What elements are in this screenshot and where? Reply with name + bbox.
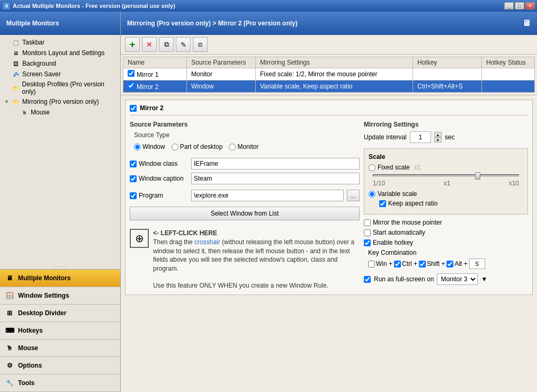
crosshair-click-label: <- LEFT-CLICK HERE (153, 229, 217, 237)
close-button[interactable]: ✕ (525, 2, 535, 10)
window-caption-checkbox[interactable] (130, 175, 137, 182)
app-icon: 🖥 (2, 2, 11, 10)
mirror-enabled-checkbox[interactable] (130, 105, 137, 112)
sidebar-item-desktop-profiles[interactable]: 📁 Desktop Profiles (Pro version only) (0, 79, 120, 96)
keep-aspect-checkbox[interactable] (379, 200, 386, 207)
shift-key-part: Shift + (419, 260, 445, 268)
maximize-button[interactable]: □ (515, 2, 524, 10)
left-col: Source Parameters Source Type Window Par… (130, 121, 360, 290)
monitors-icon: 🖥 (12, 49, 20, 57)
edit-button[interactable]: ✎ (176, 37, 191, 52)
settings-panel: Mirror 2 Source Parameters Source Type W… (121, 95, 537, 392)
update-interval-row: Update interval ▲ ▼ sec (364, 131, 528, 143)
mirror-mouse-label: Mirror the mouse pointer (373, 219, 442, 226)
window-caption-label: Window caption (139, 175, 184, 182)
sidebar-item-taskbar[interactable]: 📋 Taskbar (0, 37, 120, 48)
nav-desktop-divider[interactable]: ⊞ Desktop Divider (0, 305, 120, 322)
crosshair-icon[interactable]: ⊕ (130, 229, 149, 248)
row-checkbox[interactable] (128, 70, 135, 77)
scale-slider-track[interactable] (373, 174, 519, 176)
spin-down[interactable]: ▼ (434, 137, 442, 142)
window-class-row: Window class (130, 158, 360, 170)
table-row[interactable]: Mirror 2 Window Variable scale, Keep asp… (123, 81, 535, 93)
shift-label: Shift + (427, 260, 445, 268)
scale-thumb[interactable] (475, 172, 480, 180)
program-input[interactable] (191, 190, 344, 201)
table-row[interactable]: Mirror 1 Monitor Fixed scale: 1/2, Mirro… (123, 68, 535, 81)
variable-scale-radio[interactable] (369, 191, 375, 198)
sidebar-item-label: Mirroring (Pro version only) (22, 98, 99, 105)
select-window-button[interactable]: Select Window from List (130, 207, 360, 220)
mirror-mouse-checkbox[interactable] (364, 219, 371, 226)
window-class-input[interactable] (191, 158, 360, 170)
sidebar-item-screen-saver[interactable]: 💤 Screen Saver (0, 69, 120, 79)
sidebar-item-mouse[interactable]: 🖱 Mouse (0, 107, 120, 118)
window-class-checkbox[interactable] (130, 161, 137, 167)
fixed-scale-row: Fixed scale x1 (369, 164, 523, 171)
window-caption-input[interactable] (191, 173, 360, 184)
ctrl-checkbox[interactable] (394, 261, 401, 268)
radio-monitor[interactable]: Monitor (229, 143, 258, 150)
scale-labels: 1/10 x1 x10 (373, 180, 519, 187)
content-header-text: Mirroring (Pro version only) > Mirror 2 … (127, 20, 298, 27)
row-name: Mirror 1 (123, 68, 187, 81)
row-source: Window (187, 81, 256, 93)
nav-tools[interactable]: 🔧 Tools (0, 375, 120, 392)
variable-scale-label: Variable scale (378, 190, 417, 198)
update-interval-label: Update interval (364, 133, 407, 141)
radio-part-desktop[interactable]: Part of desktop (172, 143, 223, 150)
win-checkbox[interactable] (368, 261, 375, 268)
ctrl-label: Ctrl + (402, 260, 417, 268)
spin-up[interactable]: ▲ (434, 132, 442, 137)
hotkeys-icon: ⌨ (4, 325, 15, 336)
program-row: Program ... (130, 190, 360, 201)
sidebar-item-mirroring[interactable]: ▼ 📁 Mirroring (Pro version only) (0, 96, 120, 107)
clone-button[interactable]: ⧈ (193, 37, 208, 52)
key-value-input[interactable] (469, 259, 485, 269)
nav-dots: ............ (0, 262, 120, 269)
start-auto-checkbox[interactable] (364, 229, 371, 236)
radio-window[interactable]: Window (134, 143, 165, 150)
scale-header: Scale (369, 153, 523, 161)
panel-title-bar: Mirror 2 (130, 104, 528, 115)
mouse-nav-icon: 🖱 (4, 343, 15, 353)
mirror-name: Mirror 2 (140, 104, 164, 112)
col-hotkey: Hotkey (413, 57, 482, 68)
run-fullscreen-checkbox[interactable] (364, 276, 371, 283)
nav-mouse[interactable]: 🖱 Mouse (0, 340, 120, 357)
minimize-button[interactable]: _ (504, 2, 514, 10)
desktop-profiles-icon: 📁 (12, 84, 20, 92)
sidebar-item-background[interactable]: 🖼 Background (0, 58, 120, 69)
row-name: Mirror 2 (123, 81, 187, 93)
row-mirroring: Variable scale, Keep aspect ratio (256, 81, 413, 93)
content-header: Mirroring (Pro version only) > Mirror 2 … (121, 12, 537, 35)
enable-hotkey-checkbox[interactable] (364, 239, 371, 246)
row-checkbox[interactable] (128, 82, 135, 89)
update-interval-input[interactable] (410, 131, 431, 143)
key-combo: Win + Ctrl + Shift + (368, 259, 528, 269)
mirroring-settings-header: Mirroring Settings (364, 121, 528, 128)
crosshair-desc-1: Then drag the crosshair (without releasi… (153, 238, 354, 272)
alt-checkbox[interactable] (446, 261, 453, 268)
fixed-scale-label: Fixed scale (378, 164, 410, 171)
sidebar-item-monitors-layout[interactable]: 🖥 Monitors Layout and Settings (0, 48, 120, 58)
run-fullscreen-label: Run as full-screen on (374, 275, 434, 283)
shift-checkbox[interactable] (419, 261, 426, 268)
copy-button[interactable]: ⧉ (159, 37, 174, 52)
program-checkbox[interactable] (130, 192, 137, 199)
monitor-select[interactable]: Monitor 3 (437, 273, 478, 285)
nav-item-label: Multiple Monitors (18, 274, 70, 282)
nav-multiple-monitors[interactable]: 🖥 Multiple Monitors (0, 270, 120, 287)
remove-button[interactable]: ✕ (142, 37, 157, 52)
screen-saver-icon: 💤 (12, 70, 20, 78)
nav-hotkeys[interactable]: ⌨ Hotkeys (0, 322, 120, 340)
dropdown-arrow: ▼ (481, 275, 487, 283)
col-source: Source Parameters (187, 57, 256, 68)
nav-options[interactable]: ⚙ Options (0, 357, 120, 375)
run-fullscreen-row: Run as full-screen on Monitor 3 ▼ (364, 273, 528, 285)
browse-button[interactable]: ... (347, 190, 360, 201)
nav-window-settings[interactable]: 🪟 Window Settings (0, 287, 120, 305)
add-button[interactable]: + (125, 37, 140, 52)
fixed-scale-radio[interactable] (369, 164, 375, 171)
crosshair-section: ⊕ <- LEFT-CLICK HERE Then drag the cross… (130, 229, 360, 290)
